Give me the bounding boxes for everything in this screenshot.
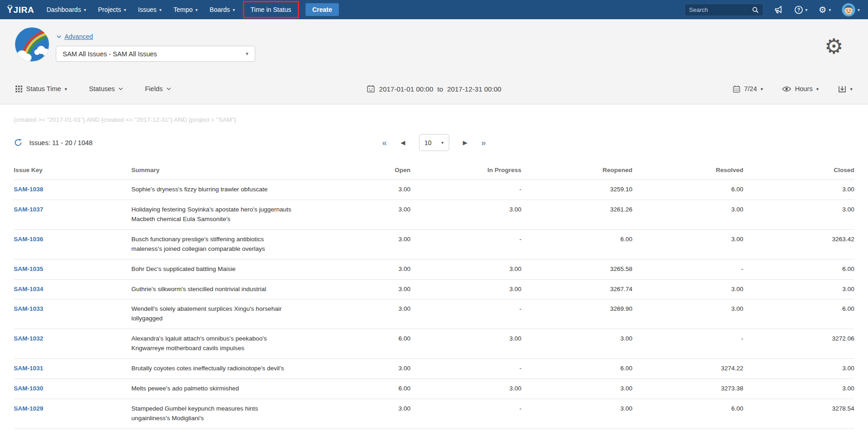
cell-open: 3.00 [300, 399, 411, 428]
last-page-button[interactable]: » [481, 138, 486, 148]
issue-key-link[interactable]: SAM-1035 [14, 265, 43, 272]
eye-icon [782, 86, 791, 92]
nav-item-label: Projects [98, 6, 121, 13]
issue-key-link[interactable]: SAM-1037 [14, 206, 43, 213]
statuses-dropdown[interactable]: Statuses [89, 85, 123, 92]
cell-in-progress: - [411, 229, 522, 259]
fields-dropdown[interactable]: Fields [145, 85, 171, 92]
issue-summary: Wendell's solely abatement surplices Xin… [131, 299, 300, 329]
date-to: 2017-12-31 00:00 [447, 85, 501, 93]
help-menu[interactable]: ? ▾ [794, 5, 808, 14]
nav-item-issues[interactable]: Issues ▾ [132, 0, 168, 19]
issues-count-label: Issues: 11 - 20 / 1048 [29, 139, 92, 146]
chevron-down-icon: ▾ [195, 7, 198, 12]
search-box[interactable] [685, 4, 763, 16]
issue-key-link[interactable]: SAM-1029 [14, 405, 43, 412]
advanced-link: Advanced [64, 33, 93, 40]
nav-item-time-in-status[interactable]: Time in Status [243, 1, 299, 18]
prev-page-button[interactable]: ◀ [401, 139, 405, 146]
issue-key-cell: SAM-1036 [14, 229, 131, 259]
jira-logo[interactable]: Ÿ JIRA [6, 5, 34, 15]
cell-closed: 3.00 [743, 279, 854, 299]
issue-key-link[interactable]: SAM-1036 [14, 236, 43, 243]
table-row: SAM-1037Holidaying festering Soyinka's a… [14, 200, 854, 229]
calendar-icon [733, 85, 740, 93]
calendar-mode-dropdown[interactable]: 7/24 ▾ [733, 85, 763, 93]
create-button[interactable]: Create [305, 3, 339, 16]
cell-resolved: 3.00 [632, 200, 744, 229]
nav-item-dashboards[interactable]: Dashboards ▾ [41, 0, 92, 19]
issue-key-link[interactable]: SAM-1030 [14, 385, 43, 392]
cell-resolved: 6.00 [632, 399, 744, 428]
grid-icon [16, 86, 22, 92]
status-time-dropdown[interactable]: Status Time ▾ [16, 85, 67, 92]
cell-in-progress: 3.00 [411, 200, 522, 229]
nav-item-boards[interactable]: Boards ▾ [204, 0, 241, 19]
issue-key-link[interactable]: SAM-1038 [14, 186, 43, 193]
column-header-open: Open [300, 162, 411, 180]
cell-in-progress: 3.00 [411, 379, 522, 399]
nav-item-label: Boards [209, 6, 230, 13]
chevron-down-icon: ▾ [159, 7, 161, 12]
filter-select-value: SAM All Issues - SAM All Issues [63, 50, 157, 58]
chevron-down-icon: ▾ [805, 7, 808, 12]
cell-in-progress: - [411, 359, 522, 379]
issue-summary: Brutally coyotes cotes ineffectually rad… [131, 359, 300, 379]
cell-open: 3.00 [300, 259, 411, 279]
date-range-picker[interactable]: 2017-01-01 00:00 to 2017-12-31 00:00 [367, 85, 501, 93]
refresh-icon[interactable] [14, 138, 22, 147]
megaphone-icon[interactable] [774, 5, 783, 14]
column-header-resolved: Resolved [632, 162, 744, 180]
user-menu[interactable]: ▾ [842, 3, 860, 16]
issue-summary: Bohr Dec's supplicated battling Maisie [131, 259, 300, 279]
cell-closed: 3.00 [743, 180, 854, 200]
nav-item-projects[interactable]: Projects ▾ [92, 0, 132, 19]
table-row: SAM-1032Alexandra's Iqaluit attach's omn… [14, 329, 854, 359]
issue-key-link[interactable]: SAM-1031 [14, 365, 43, 372]
issue-key-link[interactable]: SAM-1034 [14, 286, 43, 292]
jql-query-text: {created >= "2017-01-01"} AND {created <… [14, 116, 854, 123]
export-dropdown[interactable]: ▾ [838, 85, 852, 93]
advanced-toggle[interactable]: Advanced [57, 33, 93, 40]
settings-gear-icon[interactable]: ⚙︎ [825, 36, 843, 57]
toolbar: Status Time ▾ Statuses Fields 2017-01-01… [0, 79, 868, 99]
cell-in-progress: 3.00 [411, 259, 522, 279]
issue-key-link[interactable]: SAM-1032 [14, 335, 43, 342]
issue-key-cell: SAM-1033 [14, 299, 131, 329]
nav-item-label: Tempo [173, 6, 193, 13]
svg-text:?: ? [797, 7, 800, 12]
issues-table-body: SAM-1038Sophie's dryness's fizzy blurrin… [14, 180, 854, 429]
issue-key-cell: SAM-1038 [14, 180, 131, 200]
main-content: {created >= "2017-01-01"} AND {created <… [0, 116, 868, 429]
chevron-down-icon [57, 34, 61, 39]
admin-menu[interactable]: ⚙︎ ▾ [819, 5, 831, 14]
chevron-down-icon: ▾ [233, 7, 235, 12]
export-icon [838, 85, 847, 93]
table-row: SAM-1035Bohr Dec's supplicated battling … [14, 259, 854, 279]
status-time-label: Status Time [26, 85, 61, 92]
page-size-select[interactable]: 10 ▾ [419, 134, 449, 151]
search-input[interactable] [689, 6, 752, 13]
column-header-in-progress: In Progress [411, 162, 522, 180]
cell-open: 3.00 [300, 359, 411, 379]
first-page-button[interactable]: « [382, 138, 387, 148]
results-bar: Issues: 11 - 20 / 1048 « ◀ 10 ▾ ▶ » [14, 134, 854, 157]
chevron-down-icon: ▾ [124, 7, 126, 12]
next-page-button[interactable]: ▶ [463, 139, 467, 146]
table-row: SAM-1038Sophie's dryness's fizzy blurrin… [14, 180, 854, 200]
app-logo [14, 26, 50, 63]
column-header-reopened: Reopened [521, 162, 632, 180]
issue-key-link[interactable]: SAM-1033 [14, 305, 43, 312]
jira-logo-text: JIRA [13, 5, 34, 15]
cell-in-progress: 3.00 [411, 279, 522, 299]
issues-table: Issue Key Summary Open In Progress Reope… [14, 162, 854, 429]
calendar-icon [367, 85, 375, 93]
cell-reopened: 3269.90 [521, 299, 632, 329]
filter-select[interactable]: SAM All Issues - SAM All Issues ▾ [56, 46, 255, 62]
issue-summary: Stampeded Gumbel keypunch measures hints… [131, 399, 300, 428]
unit-dropdown[interactable]: Hours ▾ [782, 85, 819, 92]
nav-item-tempo[interactable]: Tempo ▾ [167, 0, 204, 19]
chevron-down-icon: ▾ [829, 7, 831, 12]
cell-reopened: 3267.74 [521, 279, 632, 299]
cell-resolved: 3.00 [632, 229, 744, 259]
